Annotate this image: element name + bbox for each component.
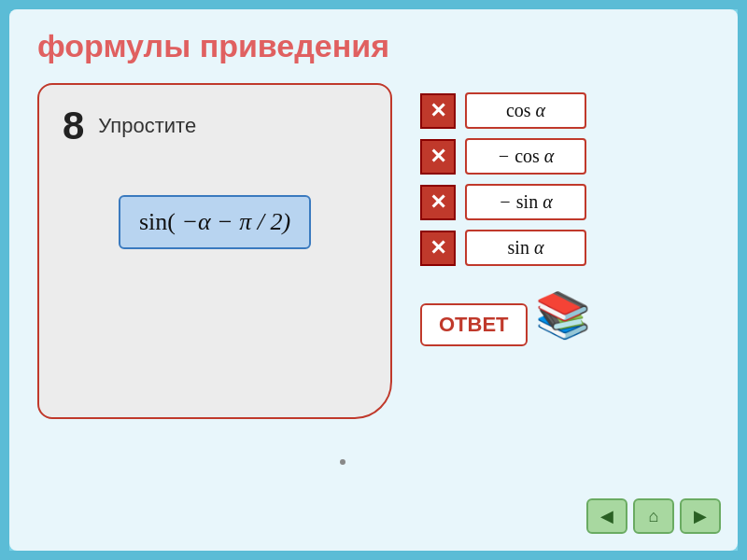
- home-icon: ⌂: [649, 507, 659, 526]
- problem-header: 8 Упростите: [63, 104, 367, 148]
- problem-number: 8: [63, 104, 84, 148]
- answer-row-3: ✕ − sin α: [420, 184, 591, 220]
- x-mark-2[interactable]: ✕: [420, 139, 456, 175]
- page-title: формулы приведения: [37, 28, 710, 64]
- back-arrow-icon: ◀: [600, 506, 613, 526]
- answer-row-1: ✕ cos α: [420, 92, 591, 129]
- main-container: формулы приведения 8 Упростите sin( −α −…: [9, 9, 738, 551]
- x-mark-1[interactable]: ✕: [420, 93, 456, 129]
- books-icon: 📚: [535, 289, 591, 342]
- back-button[interactable]: ◀: [586, 498, 627, 534]
- answer-option-2[interactable]: − cos α: [465, 138, 586, 175]
- answer-row-4: ✕ sin α: [420, 230, 591, 266]
- forward-button[interactable]: ▶: [680, 498, 721, 534]
- problem-label: Упростите: [98, 114, 196, 138]
- answer-reveal-button[interactable]: ОТВЕТ: [420, 303, 528, 346]
- problem-card: 8 Упростите sin( −α − π / 2): [37, 83, 392, 419]
- x-mark-4[interactable]: ✕: [420, 231, 456, 266]
- home-button[interactable]: ⌂: [633, 498, 674, 534]
- forward-arrow-icon: ▶: [694, 506, 707, 526]
- nav-buttons: ◀ ⌂ ▶: [586, 498, 721, 534]
- formula-display: sin( −α − π / 2): [119, 195, 311, 249]
- answer-option-4[interactable]: sin α: [465, 230, 586, 266]
- answer-option-1[interactable]: cos α: [465, 92, 586, 129]
- answer-row-2: ✕ − cos α: [420, 138, 591, 175]
- x-mark-3[interactable]: ✕: [420, 185, 456, 220]
- answers-area: ✕ cos α ✕ − cos α ✕ − sin α: [420, 92, 591, 346]
- answer-option-3[interactable]: − sin α: [465, 184, 586, 220]
- content-area: 8 Упростите sin( −α − π / 2) ✕ cos α ✕: [37, 83, 710, 419]
